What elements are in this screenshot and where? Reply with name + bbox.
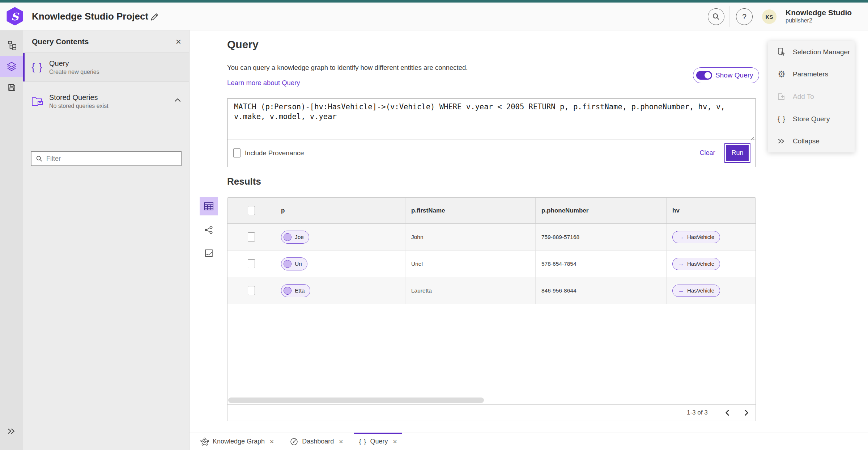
selected-accent-bar xyxy=(23,53,25,81)
stored-queries-label: Stored Queries xyxy=(49,93,109,102)
double-chevron-right-icon xyxy=(7,428,16,435)
filter-input[interactable] xyxy=(46,155,177,163)
tool-add-to-disabled: Add To xyxy=(768,85,855,108)
query-editor-box: MATCH (p:Person)-[hv:HasVehicle]->(v:Veh… xyxy=(227,98,756,167)
rail-item-save[interactable] xyxy=(0,77,23,98)
arrow-right-icon: → xyxy=(678,287,684,294)
include-provenance-checkbox[interactable] xyxy=(233,148,241,157)
search-button[interactable] xyxy=(708,8,724,25)
horizontal-scrollbar[interactable] xyxy=(228,398,484,403)
query-textarea[interactable]: MATCH (p:Person)-[hv:HasVehicle]->(v:Veh… xyxy=(227,99,756,139)
column-header-firstname: p.firstName xyxy=(405,198,536,223)
help-icon: ? xyxy=(742,12,746,21)
tool-parameters[interactable]: ⚙ Parameters xyxy=(768,63,855,86)
help-button[interactable]: ? xyxy=(736,8,753,25)
braces-icon: { } xyxy=(359,438,366,446)
edit-title-button[interactable] xyxy=(150,12,160,22)
node-label: Etta xyxy=(295,287,305,294)
rail-item-layers-active[interactable] xyxy=(0,56,23,77)
relationship-chip[interactable]: → HasVehicle xyxy=(672,231,720,243)
show-query-label: Show Query xyxy=(715,71,753,79)
filter-search-icon xyxy=(36,155,43,162)
run-button[interactable]: Run xyxy=(725,144,750,162)
row-checkbox[interactable] xyxy=(248,232,255,241)
account-info: Knowledge Studio publisher2 xyxy=(786,8,852,24)
tab-dashboard[interactable]: Dashboard × xyxy=(282,433,351,450)
node-circle-icon xyxy=(284,233,292,241)
show-query-toggle[interactable]: Show Query xyxy=(693,67,759,83)
node-label: Uri xyxy=(295,261,302,267)
relationship-chip[interactable]: → HasVehicle xyxy=(672,285,720,297)
graph-view-icon xyxy=(204,225,213,235)
chevron-left-icon xyxy=(725,409,730,416)
tool-label: Collapse xyxy=(793,137,820,145)
app-header: S Knowledge Studio Project ? KS Knowledg… xyxy=(0,3,868,30)
query-heading: Query xyxy=(227,38,259,51)
collapse-section-button[interactable] xyxy=(174,97,181,104)
app-logo[interactable]: S xyxy=(7,7,23,25)
filter-field[interactable] xyxy=(31,151,182,166)
relationship-chip[interactable]: → HasVehicle xyxy=(672,258,720,270)
close-tab-button[interactable]: × xyxy=(339,438,343,446)
tool-selection-manager[interactable]: Selection Manager xyxy=(768,41,855,63)
left-icon-rail xyxy=(0,30,23,450)
panel-item-query[interactable]: { } Query Create new queries xyxy=(23,53,189,82)
close-panel-button[interactable]: × xyxy=(176,37,181,46)
query-controls-row: Include Provenance Clear Run xyxy=(227,139,756,167)
save-icon xyxy=(7,83,16,92)
node-chip[interactable]: Uri xyxy=(281,257,307,270)
tool-store-query[interactable]: { } Store Query xyxy=(768,108,855,130)
query-item-label: Query xyxy=(49,59,99,68)
query-contents-panel: Query Contents × { } Query Create new qu… xyxy=(23,30,190,450)
active-tab-indicator xyxy=(354,433,402,434)
table-view-button-active[interactable] xyxy=(200,197,218,215)
chevron-right-icon xyxy=(744,409,749,416)
hexagon-logo-icon: S xyxy=(7,7,23,25)
table-header-row: p p.firstName p.phoneNumber hv xyxy=(227,198,756,224)
tab-label: Query xyxy=(370,438,388,445)
learn-more-link[interactable]: Learn more about Query xyxy=(227,79,300,87)
page-title: Knowledge Studio Project xyxy=(32,3,148,30)
account-name: Knowledge Studio xyxy=(786,8,852,17)
arrow-right-icon: → xyxy=(678,261,684,267)
bottom-tab-bar: Knowledge Graph × Dashboard × { } Query … xyxy=(190,433,868,450)
previous-page-button[interactable] xyxy=(721,407,733,419)
row-checkbox[interactable] xyxy=(248,286,255,295)
user-avatar[interactable]: KS xyxy=(762,9,776,24)
results-table: p p.firstName p.phoneNumber hv Joe John … xyxy=(227,197,756,421)
relationship-label: HasVehicle xyxy=(687,261,714,267)
tab-query-active[interactable]: { } Query × xyxy=(351,433,405,450)
tool-label: Store Query xyxy=(793,115,830,123)
tool-label: Add To xyxy=(793,93,814,101)
node-chip[interactable]: Joe xyxy=(281,231,309,244)
expand-rail-button[interactable] xyxy=(0,425,23,438)
braces-icon: { } xyxy=(777,115,786,123)
toggle-knob xyxy=(704,71,712,79)
tab-label: Dashboard xyxy=(302,438,334,445)
gear-icon: ⚙ xyxy=(777,69,786,79)
node-chip[interactable]: Etta xyxy=(281,284,310,297)
table-row: Joe John 759-889-57168 → HasVehicle xyxy=(227,224,756,251)
relationship-label: HasVehicle xyxy=(687,287,714,294)
panel-item-stored-queries[interactable]: Stored Queries No stored queries exist xyxy=(23,87,189,115)
column-header-p: p xyxy=(275,198,405,223)
braces-icon: { } xyxy=(31,62,43,73)
tab-knowledge-graph[interactable]: Knowledge Graph × xyxy=(192,433,282,450)
tool-label: Selection Manager xyxy=(793,48,850,56)
dashboard-gauge-icon xyxy=(290,437,298,446)
cell-phonenumber: 578-654-7854 xyxy=(536,251,667,277)
rail-item-data-model[interactable] xyxy=(0,35,23,56)
toggle-switch-on[interactable] xyxy=(696,71,712,80)
top-accent-strip xyxy=(0,0,868,3)
clear-button[interactable]: Clear xyxy=(695,145,720,161)
row-checkbox[interactable] xyxy=(248,259,255,268)
next-page-button[interactable] xyxy=(740,407,753,419)
select-all-checkbox[interactable] xyxy=(248,206,255,215)
close-tab-button[interactable]: × xyxy=(270,438,274,446)
table-view-icon xyxy=(204,202,214,211)
map-view-button[interactable] xyxy=(200,244,218,262)
graph-view-button[interactable] xyxy=(200,221,218,239)
tool-collapse[interactable]: Collapse xyxy=(768,130,855,152)
cell-phonenumber: 759-889-57168 xyxy=(536,224,667,250)
close-tab-button[interactable]: × xyxy=(393,438,397,446)
